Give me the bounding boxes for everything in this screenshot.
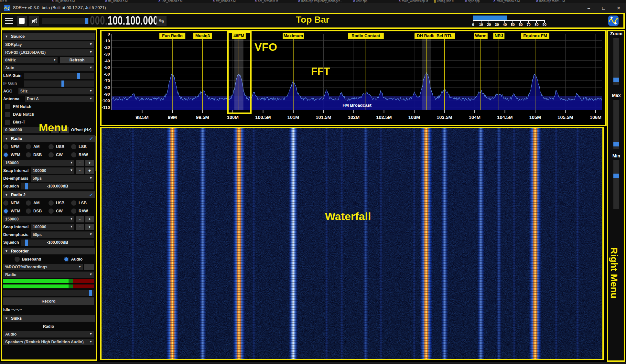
minimize-button[interactable]: – [581, 3, 596, 13]
radio2-mode-lsb[interactable]: LSB [71, 200, 94, 206]
bandwidth2-plus-button[interactable]: + [85, 216, 94, 222]
radio2-bandwidth-input[interactable]: 150000 [3, 216, 74, 222]
source-section-header[interactable]: ▼Source [3, 33, 95, 40]
recordings-path-input[interactable]: %ROOT%/Recordings [3, 264, 83, 270]
radio-mode-nfm[interactable]: NFM [3, 144, 26, 150]
bandwidth-plus-button[interactable]: + [85, 160, 94, 166]
snap-interval2-label: Snap Interval [3, 225, 29, 229]
tuning-mode-button[interactable]: ⇆ [156, 16, 167, 26]
source-device-dropdown[interactable]: RSPdx (191106DA42) [3, 49, 94, 56]
offset-input[interactable]: 0.000000 [3, 127, 49, 133]
radio-mode-wfm[interactable]: WFM [3, 152, 26, 158]
background-tab[interactable]: Cstyle.cpp [465, 0, 480, 3]
snap2-plus-button[interactable]: + [85, 224, 94, 230]
background-tab[interactable]: Ccore.cpp [353, 0, 367, 3]
background-tab[interactable]: Cmain.cpp radio\... M [536, 0, 565, 3]
background-tab[interactable]: Cmain_window.cpp M [399, 0, 428, 3]
mute-button[interactable] [29, 16, 39, 26]
if-gain-handle[interactable] [61, 80, 64, 87]
background-tab[interactable]: Cmain.cpp frequency_manager... [298, 0, 342, 3]
bandwidth-minus-button[interactable]: - [76, 160, 84, 166]
radio2-mode-wfm[interactable]: WFM [3, 208, 26, 214]
background-tab[interactable]: d.h M [0, 0, 7, 3]
recorder-volume-slider[interactable] [3, 290, 94, 296]
snap2-minus-button[interactable]: - [76, 224, 84, 230]
recorder-section-header[interactable]: ▼Recorder [3, 248, 95, 254]
source-driver-dropdown[interactable]: SDRplay [3, 41, 94, 48]
fm-notch-checkbox[interactable] [5, 104, 10, 109]
maximize-button[interactable]: □ [596, 3, 611, 13]
deemphasis-dropdown[interactable]: 50µs [31, 175, 94, 182]
lna-gain-slider[interactable] [24, 73, 94, 79]
radio-section-header[interactable]: ▼Radio✔ [3, 135, 95, 142]
agc-dropdown[interactable]: 5Hz [18, 88, 94, 94]
background-tab[interactable]: Cusb_demod.h M [158, 0, 182, 3]
zoom-slider[interactable] [613, 38, 619, 85]
volume-slider-handle[interactable] [85, 18, 88, 24]
sinks-section-header[interactable]: ▼Sinks [3, 315, 95, 322]
radio-mode-cw[interactable]: CW [49, 152, 71, 158]
snap-minus-button[interactable]: - [76, 167, 84, 174]
antenna-dropdown[interactable]: Port A [25, 96, 94, 102]
zoom-slider-handle[interactable] [613, 78, 619, 82]
close-button[interactable]: ✕ [611, 3, 626, 13]
radio2-mode-am[interactable]: AM [26, 200, 49, 206]
radio-mode-raw[interactable]: RAW [71, 152, 94, 158]
bandwidth2-minus-button[interactable]: - [76, 216, 84, 222]
background-tab[interactable]: Ccw_demod.h M [213, 0, 236, 3]
menu-toggle-button[interactable] [4, 16, 14, 26]
radio2-mode-raw[interactable]: RAW [71, 208, 94, 214]
frequency-display[interactable]: 000.100.100.000 [90, 14, 158, 27]
deemphasis2-dropdown[interactable]: 50µs [31, 231, 94, 238]
sink-device-dropdown[interactable]: Speakers (Realtek High Definition Audio) [3, 339, 94, 345]
recorder-mode-audio[interactable]: Audio [64, 256, 82, 262]
radio2-mode-dsb[interactable]: DSB [26, 208, 49, 214]
lna-gain-handle[interactable] [77, 73, 80, 79]
radio2-section-header[interactable]: ▼Radio 2✔ [3, 191, 95, 198]
bias-t-checkbox[interactable] [5, 120, 10, 125]
background-tab[interactable]: Cfm_demod.h M [105, 0, 128, 3]
samplerate-dropdown[interactable]: 8MHz [3, 57, 58, 63]
snap-interval2-input[interactable]: 100000 [31, 224, 75, 230]
max-slider-handle[interactable] [613, 142, 619, 146]
recorder-mode-baseband[interactable]: Baseband [15, 256, 41, 262]
browse-button[interactable]: ... [84, 264, 94, 270]
refresh-button[interactable]: Refresh [60, 57, 94, 63]
min-slider[interactable] [613, 160, 619, 209]
background-tab[interactable]: Cmain_window.h M [493, 0, 520, 3]
max-slider[interactable] [613, 100, 619, 149]
background-tab[interactable]: Ciso_demod.h M [52, 0, 75, 3]
radio2-mode-cw[interactable]: CW [49, 208, 71, 214]
offset-minus-button[interactable]: - [51, 127, 59, 133]
radio-mode-dsb[interactable]: DSB [26, 152, 49, 158]
if-gain-slider[interactable] [24, 80, 94, 87]
radio-mode-am[interactable]: AM [26, 144, 49, 150]
gain-mode-dropdown[interactable]: Auto [3, 65, 94, 71]
squelch2-slider[interactable]: -100.000dB [21, 240, 94, 246]
background-tab[interactable]: {}config.json × [434, 0, 454, 3]
recorder-stream-dropdown[interactable]: Radio [3, 272, 94, 278]
recorder-volume-handle[interactable] [89, 290, 92, 296]
background-tab[interactable]: Cam_demod.h M [255, 0, 278, 3]
radio2-mode-usb[interactable]: USB [49, 200, 71, 206]
squelch-slider[interactable]: -100.000dB [21, 183, 94, 189]
sink-type-dropdown[interactable]: Audio [3, 331, 94, 337]
radio-mode-lsb[interactable]: LSB [71, 144, 94, 150]
snap-plus-button[interactable]: + [85, 167, 94, 174]
offset-plus-button[interactable]: + [60, 127, 69, 133]
waterfall-signal-dh-radio [420, 128, 432, 359]
menu-scrollbar[interactable] [95, 136, 97, 171]
radio2-enabled-check-icon[interactable]: ✔ [89, 192, 93, 198]
radio-mode-usb[interactable]: USB [49, 144, 71, 150]
radio-enabled-check-icon[interactable]: ✔ [89, 136, 93, 142]
fft-plot[interactable]: 0-10-20-30-40-50-60-70-80-90-100-11098.5… [100, 30, 607, 126]
record-button[interactable]: Record [3, 297, 94, 305]
stop-button[interactable] [17, 16, 27, 26]
dab-notch-checkbox[interactable] [5, 112, 10, 117]
waterfall[interactable] [101, 128, 602, 359]
snap-interval-input[interactable]: 100000 [31, 167, 75, 174]
radio2-mode-nfm[interactable]: NFM [3, 200, 26, 206]
min-slider-handle[interactable] [613, 174, 619, 178]
volume-slider[interactable] [42, 18, 89, 24]
radio-bandwidth-input[interactable]: 150000 [3, 160, 74, 166]
